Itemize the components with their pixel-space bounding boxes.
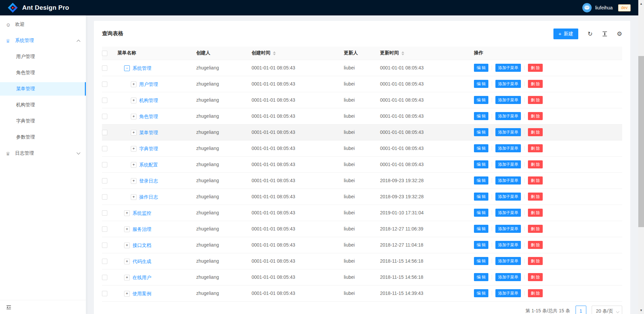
expand-row-icon[interactable]: +: [131, 178, 137, 184]
delete-button[interactable]: 删 除: [528, 64, 542, 72]
add-child-menu-button[interactable]: 添加子菜单: [495, 257, 521, 265]
delete-button[interactable]: 删 除: [528, 273, 542, 281]
page-size-select[interactable]: 20 条/页: [592, 306, 622, 314]
sidebar-item-log-management[interactable]: ♕日志管理: [0, 147, 86, 160]
expand-row-icon[interactable]: +: [131, 146, 137, 152]
menu-name-link[interactable]: 操作日志: [139, 194, 158, 200]
edit-button[interactable]: 编 辑: [474, 80, 488, 88]
delete-button[interactable]: 删 除: [528, 176, 542, 185]
delete-button[interactable]: 删 除: [528, 209, 542, 217]
collapse-row-icon[interactable]: −: [124, 65, 130, 71]
row-checkbox[interactable]: [102, 114, 107, 119]
delete-button[interactable]: 删 除: [528, 96, 542, 104]
expand-row-icon[interactable]: +: [124, 291, 130, 297]
expand-row-icon[interactable]: +: [131, 130, 137, 136]
edit-button[interactable]: 编 辑: [474, 144, 488, 152]
add-child-menu-button[interactable]: 添加子菜单: [495, 176, 521, 185]
edit-button[interactable]: 编 辑: [474, 128, 488, 136]
delete-button[interactable]: 删 除: [528, 193, 542, 201]
add-child-menu-button[interactable]: 添加子菜单: [495, 193, 521, 201]
menu-name-link[interactable]: 系统配置: [139, 162, 158, 168]
scroll-down-icon[interactable]: ▼: [638, 309, 644, 312]
scroll-up-icon[interactable]: ▲: [638, 2, 644, 5]
menu-name-link[interactable]: 代码生成: [132, 259, 151, 265]
delete-button[interactable]: 删 除: [528, 112, 542, 120]
menu-name-link[interactable]: 使用案例: [132, 291, 151, 297]
edit-button[interactable]: 编 辑: [474, 193, 488, 201]
delete-button[interactable]: 删 除: [528, 257, 542, 265]
expand-row-icon[interactable]: +: [124, 210, 130, 216]
add-child-menu-button[interactable]: 添加子菜单: [495, 241, 521, 249]
expand-row-icon[interactable]: +: [131, 82, 137, 87]
select-all-checkbox[interactable]: [102, 51, 107, 56]
sort-toggle-icon[interactable]: [401, 51, 404, 55]
row-checkbox[interactable]: [102, 65, 107, 71]
menu-name-link[interactable]: 接口文档: [132, 243, 151, 249]
menu-name-link[interactable]: 字典管理: [139, 146, 158, 152]
edit-button[interactable]: 编 辑: [474, 289, 488, 297]
row-checkbox[interactable]: [102, 226, 107, 232]
menu-name-link[interactable]: 用户管理: [139, 82, 158, 88]
edit-button[interactable]: 编 辑: [474, 176, 488, 185]
row-checkbox[interactable]: [102, 291, 107, 296]
expand-row-icon[interactable]: +: [131, 98, 137, 103]
sidebar-item-param-management[interactable]: 参数管理: [0, 130, 86, 144]
reload-icon[interactable]: ↻: [588, 31, 593, 37]
expand-row-icon[interactable]: +: [124, 243, 130, 248]
row-checkbox[interactable]: [102, 194, 107, 200]
new-button[interactable]: + 新建: [553, 29, 578, 39]
menu-name-link[interactable]: 机构管理: [139, 98, 158, 104]
column-height-icon[interactable]: [602, 31, 607, 37]
edit-button[interactable]: 编 辑: [474, 225, 488, 233]
delete-button[interactable]: 删 除: [528, 225, 542, 233]
edit-button[interactable]: 编 辑: [474, 273, 488, 281]
sidebar-item-system-management[interactable]: ♕系统管理: [0, 34, 86, 47]
add-child-menu-button[interactable]: 添加子菜单: [495, 289, 521, 297]
add-child-menu-button[interactable]: 添加子菜单: [495, 144, 521, 152]
expand-row-icon[interactable]: +: [131, 162, 137, 168]
row-checkbox[interactable]: [102, 130, 107, 135]
add-child-menu-button[interactable]: 添加子菜单: [495, 128, 521, 136]
row-checkbox[interactable]: [102, 146, 107, 151]
add-child-menu-button[interactable]: 添加子菜单: [495, 209, 521, 217]
row-checkbox[interactable]: [102, 210, 107, 216]
add-child-menu-button[interactable]: 添加子菜单: [495, 225, 521, 233]
add-child-menu-button[interactable]: 添加子菜单: [495, 96, 521, 104]
sidebar-item-user-management[interactable]: 用户管理: [0, 50, 86, 63]
delete-button[interactable]: 删 除: [528, 289, 542, 297]
add-child-menu-button[interactable]: 添加子菜单: [495, 112, 521, 120]
row-checkbox[interactable]: [102, 275, 107, 280]
sidebar-item-org-management[interactable]: 机构管理: [0, 98, 86, 112]
settings-icon[interactable]: ⚙: [617, 31, 622, 37]
add-child-menu-button[interactable]: 添加子菜单: [495, 160, 521, 168]
row-checkbox[interactable]: [102, 178, 107, 184]
pagination-page-1-button[interactable]: 1: [576, 306, 586, 314]
username[interactable]: liufeihua: [595, 5, 612, 10]
add-child-menu-button[interactable]: 添加子菜单: [495, 273, 521, 281]
expand-row-icon[interactable]: +: [124, 259, 130, 264]
sort-toggle-icon[interactable]: [273, 51, 276, 55]
delete-button[interactable]: 删 除: [528, 241, 542, 249]
menu-name-link[interactable]: 系统监控: [132, 210, 151, 216]
delete-button[interactable]: 删 除: [528, 128, 542, 136]
row-checkbox[interactable]: [102, 98, 107, 103]
row-checkbox[interactable]: [102, 243, 107, 248]
add-child-menu-button[interactable]: 添加子菜单: [495, 64, 521, 72]
row-checkbox[interactable]: [102, 162, 107, 167]
edit-button[interactable]: 编 辑: [474, 112, 488, 120]
sidebar-item-role-management[interactable]: 角色管理: [0, 66, 86, 80]
edit-button[interactable]: 编 辑: [474, 96, 488, 104]
menu-name-link[interactable]: 在线用户: [132, 275, 151, 281]
delete-button[interactable]: 删 除: [528, 144, 542, 152]
row-checkbox[interactable]: [102, 259, 107, 264]
delete-button[interactable]: 删 除: [528, 160, 542, 168]
expand-row-icon[interactable]: +: [124, 275, 130, 280]
expand-row-icon[interactable]: +: [124, 226, 130, 232]
expand-row-icon[interactable]: +: [131, 114, 137, 119]
menu-name-link[interactable]: 系统管理: [132, 65, 151, 71]
scrollbar-thumb[interactable]: [638, 56, 644, 227]
edit-button[interactable]: 编 辑: [474, 160, 488, 168]
edit-button[interactable]: 编 辑: [474, 241, 488, 249]
sidebar-collapse-trigger[interactable]: [0, 300, 86, 314]
add-child-menu-button[interactable]: 添加子菜单: [495, 80, 521, 88]
